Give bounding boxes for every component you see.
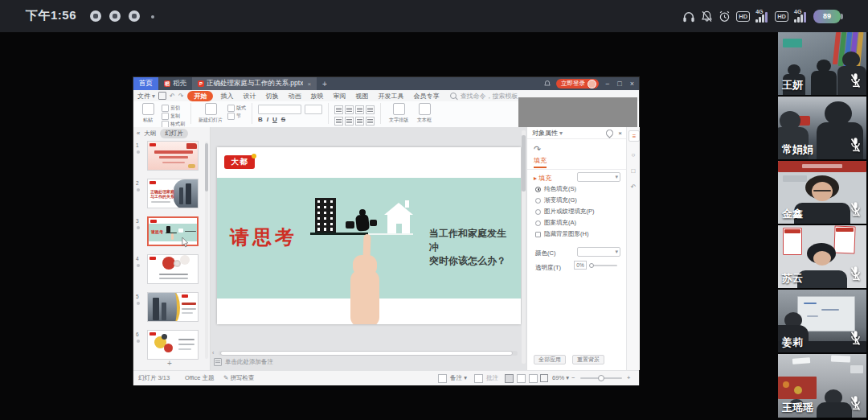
ribbon-tab-member[interactable]: 会员专享 [408, 92, 444, 101]
zoom-in-button[interactable]: + [627, 374, 630, 381]
redo-icon[interactable]: ↷ [178, 93, 184, 100]
tab-document[interactable]: P 正确处理家庭与工作的关系.pptx × [192, 77, 317, 90]
ribbon-tab-devtools[interactable]: 开发工具 [373, 92, 408, 101]
participant-tile[interactable]: 常娟娟 [778, 97, 866, 159]
hide-background-checkbox[interactable]: 隐藏背景图形(H) [535, 230, 588, 238]
notes-placeholder[interactable]: 单击此处添加备注 [214, 358, 273, 366]
tab-docer[interactable]: 稻 稻壳 [158, 77, 192, 90]
slide-thumbnail-3-selected[interactable]: 3 请思考 [133, 216, 210, 249]
animation-tool-icon[interactable]: ○ [628, 150, 638, 159]
participant-tile[interactable]: 金鑫 [778, 161, 866, 224]
fill-option-pattern[interactable]: 图案填充(A) [535, 219, 576, 227]
login-button[interactable]: 立即登录 [556, 79, 599, 89]
align-right-icon[interactable] [355, 105, 364, 114]
close-window-button[interactable]: × [628, 77, 636, 90]
paste-button[interactable]: 粘贴 [137, 103, 158, 124]
zoom-out-button[interactable]: − [571, 374, 575, 381]
ribbon-tab-review[interactable]: 审阅 [328, 92, 350, 101]
minimize-button[interactable]: − [604, 77, 611, 90]
save-icon[interactable] [158, 92, 166, 100]
participant-tile[interactable]: 王妍 [778, 32, 866, 95]
file-menu[interactable]: 文件 [137, 92, 150, 101]
slide-thumbnail-5[interactable]: 5 [133, 292, 210, 324]
thumbnail-scrollbar[interactable] [205, 142, 208, 359]
align-left-icon[interactable] [334, 105, 343, 114]
add-slide-button[interactable]: + [167, 359, 172, 368]
ribbon-tab-slideshow[interactable]: 放映 [305, 92, 328, 101]
caret-down-icon[interactable]: ▾ [152, 93, 155, 100]
layout-button[interactable]: 版式 [227, 105, 246, 112]
participant-tile[interactable]: 王瑶瑶 [778, 354, 866, 418]
section-button[interactable]: 节 [227, 113, 246, 120]
collapse-panel-button[interactable]: « [137, 130, 140, 137]
fill-tab[interactable]: 填充 [534, 156, 547, 168]
font-name-select[interactable] [258, 105, 301, 114]
ribbon-tab-insert[interactable]: 插入 [215, 92, 238, 101]
slide-thumbnail-6[interactable]: 6 [133, 330, 210, 362]
notes-toggle[interactable]: 备注 ▾ [438, 374, 467, 383]
fill-option-solid[interactable]: 纯色填充(S) [535, 185, 576, 193]
zoom-slider-handle[interactable] [598, 375, 604, 381]
shape-refresh-icon[interactable]: ↷ [534, 144, 541, 154]
ribbon-tab-design[interactable]: 设计 [238, 92, 260, 101]
refresh-tool-icon[interactable]: ↶ [628, 182, 638, 191]
slides-tab[interactable]: 幻灯片 [160, 129, 188, 138]
slide-thumbnail-2[interactable]: 2 正确处理家庭 与工作的关系 [133, 179, 210, 211]
tab-home[interactable]: 首页 [133, 77, 158, 90]
reading-view-button[interactable] [529, 374, 538, 383]
fill-preset-dropdown[interactable]: ▾ [577, 172, 620, 182]
participant-tile[interactable]: 苏云 [778, 225, 866, 288]
shape-tool-icon[interactable]: □ [628, 166, 638, 175]
spellcheck-status[interactable]: ✎ 拼写检查 [223, 374, 254, 382]
normal-view-button[interactable] [505, 374, 514, 383]
bullets-icon[interactable] [334, 117, 343, 126]
fill-option-picture[interactable]: 图片或纹理填充(P) [535, 208, 595, 216]
color-dropdown[interactable]: ▾ [577, 247, 620, 257]
ribbon-tab-view[interactable]: 视图 [350, 92, 373, 101]
ribbon-tab-animation[interactable]: 动画 [283, 92, 305, 101]
caret-right-icon[interactable]: ▸ [534, 175, 537, 182]
transparency-slider-handle[interactable] [589, 263, 594, 268]
participant-tile[interactable]: 姜莉 [778, 290, 866, 352]
align-center-icon[interactable] [345, 105, 354, 114]
ribbon-tab-start[interactable]: 开始 [187, 91, 213, 101]
bold-button[interactable]: B [258, 116, 263, 123]
close-panel-icon[interactable]: × [618, 130, 622, 137]
restore-button[interactable]: □ [616, 77, 623, 90]
horizontal-scrollbar[interactable]: ‹ › [212, 350, 524, 356]
caret-down-icon[interactable]: ▾ [559, 130, 563, 137]
italic-button[interactable]: I [267, 116, 268, 123]
undo-icon[interactable]: ↶ [170, 93, 175, 100]
sorter-view-button[interactable] [517, 374, 526, 383]
strikethrough-button[interactable]: S [281, 116, 285, 123]
transparency-value[interactable]: 0% [574, 261, 587, 270]
justify-icon[interactable] [366, 105, 375, 114]
comments-toggle[interactable]: 批注 [474, 374, 498, 383]
text-box-button[interactable]: 文本框 [414, 103, 435, 124]
command-search-input[interactable]: 查找命令，搜索模板 [450, 92, 518, 101]
zoom-level[interactable]: 69% ▾ [540, 374, 569, 382]
text-layout-button[interactable]: 文字排版 [387, 103, 411, 124]
underline-button[interactable]: U [272, 116, 277, 123]
ribbon-tab-transition[interactable]: 切换 [260, 92, 283, 101]
announcement-bell-icon[interactable] [543, 80, 551, 88]
properties-tool-icon[interactable]: ≡ [628, 130, 640, 142]
pin-icon[interactable] [604, 128, 615, 138]
apply-all-button[interactable]: 全部应用 [534, 355, 566, 364]
transparency-slider[interactable] [590, 265, 617, 266]
font-size-select[interactable] [305, 105, 322, 114]
new-tab-button[interactable]: + [317, 77, 333, 90]
new-slide-button[interactable]: 新建幻灯片 [197, 103, 224, 124]
slide-canvas[interactable]: 大都 请思考 当工作和家庭发生冲 [217, 147, 521, 324]
fill-option-gradient[interactable]: 渐变填充(G) [535, 196, 577, 204]
reset-background-button[interactable]: 重置背景 [572, 355, 604, 364]
cut-button[interactable]: 剪切 [162, 105, 185, 112]
vertical-scrollbar[interactable] [522, 130, 526, 364]
numbering-icon[interactable] [345, 117, 354, 126]
close-document-icon[interactable]: × [307, 80, 311, 88]
line-spacing-icon[interactable] [366, 117, 375, 126]
indent-icon[interactable] [355, 117, 364, 126]
copy-button[interactable]: 复制 [162, 113, 185, 120]
slide-thumbnail-4[interactable]: 4 [133, 254, 210, 286]
slide-thumbnail-1[interactable]: 1 [133, 141, 210, 173]
